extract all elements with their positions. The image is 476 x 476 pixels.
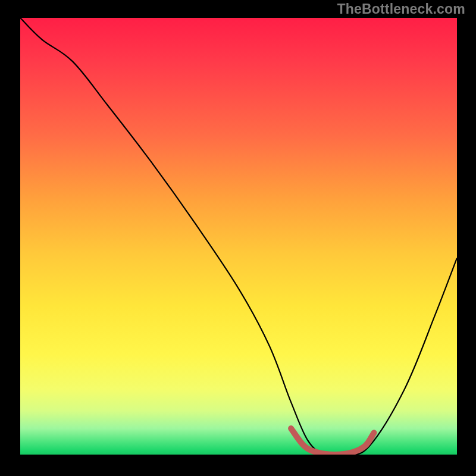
curve-layer: [20, 18, 457, 455]
bottleneck-curve: [20, 18, 457, 455]
watermark-text: TheBottleneck.com: [337, 2, 465, 16]
chart-stage: TheBottleneck.com: [0, 0, 476, 476]
plot-area: [20, 18, 457, 455]
